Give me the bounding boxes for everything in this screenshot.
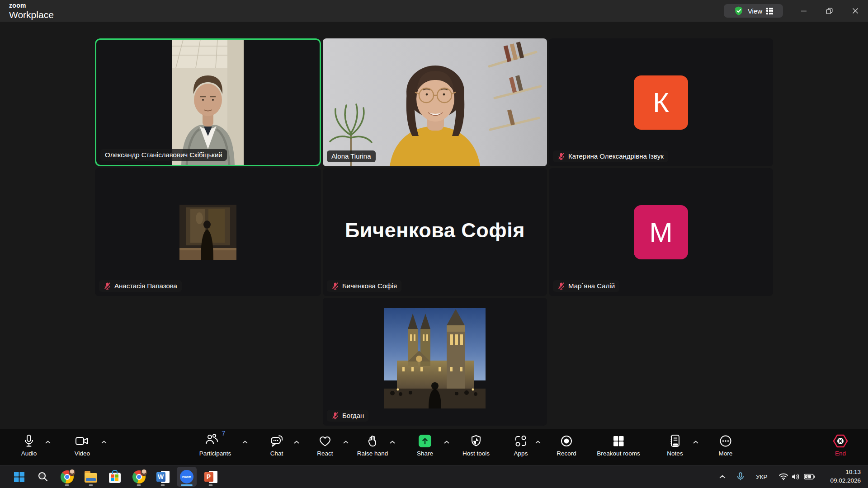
- camera-icon: [75, 435, 90, 447]
- running-indicator: [137, 484, 141, 486]
- record-label: Record: [557, 450, 576, 457]
- tray-microphone-in-use[interactable]: [737, 472, 744, 481]
- zoom-app-icon: zoom: [180, 470, 193, 483]
- minimize-button[interactable]: [791, 0, 816, 22]
- running-indicator: [89, 484, 93, 486]
- participant-name: Анастасія Папазова: [114, 282, 177, 290]
- video-frame: [172, 40, 244, 165]
- word-icon: W: [156, 471, 170, 483]
- raised-hand-icon: [367, 435, 378, 447]
- participants-button[interactable]: 7 Participants: [181, 433, 249, 457]
- tray-show-hidden-icons[interactable]: [719, 475, 726, 479]
- battery-charging-icon: [804, 474, 815, 480]
- muted-mic-icon: [331, 282, 339, 290]
- apps-icon: [514, 435, 528, 447]
- more-ellipsis-icon: [719, 435, 732, 447]
- taskbar-chrome-button[interactable]: [57, 467, 77, 487]
- notes-label: Notes: [667, 450, 683, 457]
- end-label: End: [835, 450, 846, 457]
- participant-nameplate: Богдан: [327, 410, 368, 422]
- taskbar-file-explorer-button[interactable]: [81, 467, 101, 487]
- taskbar-clock[interactable]: 10:13 09.02.2026: [830, 468, 861, 485]
- more-label: More: [719, 450, 733, 457]
- muted-mic-icon: [104, 282, 111, 290]
- video-button[interactable]: Video: [48, 433, 116, 457]
- microphone-icon: [737, 472, 744, 481]
- taskbar-apps: W zoom P: [9, 467, 221, 487]
- video-tile-kateryna[interactable]: К Катерина Олександрівна Ізвук: [549, 38, 773, 166]
- muted-mic-icon: [557, 282, 565, 290]
- end-meeting-button[interactable]: End: [807, 433, 868, 457]
- apps-label: Apps: [514, 450, 528, 457]
- volume-icon[interactable]: [791, 473, 800, 480]
- battery-icon[interactable]: [804, 474, 815, 480]
- search-icon: [38, 471, 48, 482]
- workplace-logo-text: Workplace: [9, 10, 54, 19]
- video-tile-bohdan[interactable]: Богдан: [323, 298, 547, 426]
- end-meeting-icon: [833, 434, 848, 448]
- react-label: React: [317, 450, 333, 457]
- view-button[interactable]: View: [724, 4, 783, 18]
- video-tile-alona[interactable]: Alona Tiurina: [323, 38, 547, 166]
- close-icon: [852, 8, 859, 14]
- profile-photo: [179, 205, 236, 260]
- notes-icon: [669, 434, 681, 448]
- chat-icon: [270, 435, 283, 447]
- video-frame: [323, 38, 547, 166]
- record-icon: [560, 435, 573, 447]
- participant-name: Биченкова Софія: [342, 282, 397, 290]
- participant-avatar: К: [634, 75, 688, 130]
- muted-mic-icon: [557, 152, 565, 160]
- participants-icon: [205, 433, 218, 445]
- video-tile-oleksandr[interactable]: Олександр Станіславович Скібіцький: [95, 38, 321, 166]
- raise-hand-label: Raise hand: [357, 450, 388, 457]
- taskbar-word-button[interactable]: W: [153, 467, 173, 487]
- video-tile-bychenkova[interactable]: Биченкова Софія Биченкова Софія: [323, 168, 547, 296]
- taskbar-chrome-button-2[interactable]: [129, 467, 149, 487]
- taskbar-search-button[interactable]: [33, 467, 53, 487]
- language-indicator[interactable]: УКР: [756, 474, 767, 480]
- video-label: Video: [75, 450, 90, 457]
- close-button[interactable]: [842, 0, 868, 22]
- start-button[interactable]: [9, 467, 29, 487]
- chevron-up-icon: [719, 475, 726, 479]
- file-explorer-icon: [85, 473, 97, 483]
- taskbar-zoom-button[interactable]: zoom: [177, 467, 197, 487]
- participant-name: Катерина Олександрівна Ізвук: [568, 152, 664, 160]
- active-window-indicator: [181, 484, 193, 486]
- meeting-toolbar: Audio Video 7 Participants: [0, 429, 868, 465]
- restore-icon: [826, 8, 833, 14]
- zoom-logo-text: zoom: [9, 2, 54, 9]
- participants-label: Participants: [199, 450, 231, 457]
- running-indicator: [161, 484, 165, 486]
- windows-taskbar: W zoom P: [0, 465, 868, 488]
- profile-photo: [384, 308, 486, 408]
- participant-nameplate: Олександр Станіславович Скібіцький: [100, 149, 227, 161]
- breakout-rooms-label: Breakout rooms: [597, 450, 640, 457]
- video-tile-mariana[interactable]: М Мар`яна Салій: [549, 168, 773, 296]
- date: 09.02.2026: [830, 477, 861, 485]
- participant-nameplate: Анастасія Папазова: [99, 280, 182, 292]
- wifi-icon: [779, 473, 788, 480]
- speaker-icon: [791, 473, 800, 480]
- time: 10:13: [830, 468, 861, 477]
- wifi-icon[interactable]: [779, 473, 788, 480]
- chrome-profile-avatar: [69, 469, 75, 476]
- video-tile-anastasiia[interactable]: Анастасія Папазова: [95, 168, 321, 296]
- participant-nameplate: Мар`яна Салій: [553, 280, 619, 292]
- running-indicator: [209, 484, 213, 486]
- chevron-up-icon[interactable]: [101, 441, 107, 444]
- participant-avatar: М: [634, 205, 688, 259]
- chat-label: Chat: [270, 450, 283, 457]
- restore-button[interactable]: [816, 0, 842, 22]
- microsoft-store-icon: [109, 473, 121, 483]
- audio-label: Audio: [21, 450, 37, 457]
- share-screen-icon: [418, 434, 432, 448]
- heart-icon: [318, 435, 332, 447]
- more-button[interactable]: More: [692, 433, 760, 457]
- taskbar-powerpoint-button[interactable]: P: [201, 467, 221, 487]
- muted-mic-icon: [331, 412, 339, 419]
- participants-count: 7: [222, 429, 225, 437]
- taskbar-microsoft-store-button[interactable]: [105, 467, 125, 487]
- chrome-icon: [61, 470, 74, 483]
